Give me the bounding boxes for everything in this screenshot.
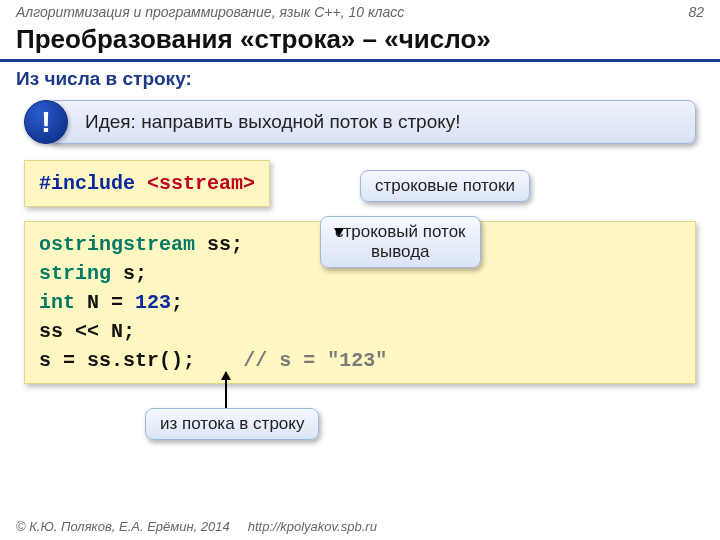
course-label: Алгоритмизация и программирование, язык … [16, 4, 404, 20]
tok: s [123, 262, 135, 285]
tok: 123 [135, 291, 171, 314]
page-subtitle: Из числа в строку: [0, 62, 720, 100]
tok: ; [135, 262, 147, 285]
page-number: 82 [688, 4, 704, 20]
tok: string [39, 262, 111, 285]
footer: © К.Ю. Поляков, Е.А. Ерёмин, 2014 http:/… [0, 513, 720, 540]
callout-string-streams: строковые потоки [360, 170, 530, 202]
tok: ss [39, 320, 63, 343]
tok-header: <sstream> [147, 172, 255, 195]
footer-url: http://kpolyakov.spb.ru [248, 519, 377, 534]
tok: = [63, 349, 75, 372]
callout-output-stream: строковый поток вывода [320, 216, 481, 268]
idea-callout: Идея: направить выходной поток в строку!… [24, 100, 696, 146]
tok: s [39, 349, 51, 372]
tok: N [87, 291, 99, 314]
tok: ; [123, 320, 135, 343]
tok: N [111, 320, 123, 343]
tok: ; [171, 291, 183, 314]
callout-line: вывода [335, 242, 466, 262]
header-bar: Алгоритмизация и программирование, язык … [0, 0, 720, 22]
tok: ostringstream [39, 233, 195, 256]
page-title: Преобразования «строка» – «число» [0, 22, 720, 62]
tok-comment: // s = "123" [243, 349, 387, 372]
tok: int [39, 291, 75, 314]
callout-line: строковый поток [335, 222, 466, 242]
callout-to-string: из потока в строку [145, 408, 319, 440]
tok: ; [231, 233, 243, 256]
tok: ss [207, 233, 231, 256]
tok-include: #include [39, 172, 135, 195]
idea-text: Идея: направить выходной поток в строку! [48, 100, 696, 144]
tok: ss.str() [87, 349, 183, 372]
copyright: © К.Ю. Поляков, Е.А. Ерёмин, 2014 [16, 519, 230, 534]
arrow-icon [225, 372, 227, 408]
tok: = [111, 291, 123, 314]
tok: << [75, 320, 99, 343]
exclamation-icon: ! [24, 100, 68, 144]
code-include: #include <sstream> [24, 160, 270, 207]
tok: ; [183, 349, 195, 372]
